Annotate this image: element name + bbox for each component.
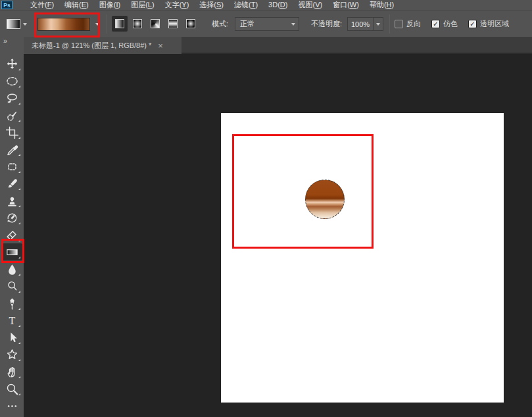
close-icon[interactable]: × [158, 41, 163, 50]
tool-lasso[interactable] [1, 89, 22, 107]
gradient-preset-icon [7, 19, 20, 29]
tool-clone-stamp[interactable] [1, 192, 22, 209]
custom-shape-icon [6, 349, 18, 361]
collapse-toolbar-icon[interactable]: » [3, 37, 7, 45]
options-bar: 模式: 正常 不透明度: 100% 反向✓仿色✓透明区域 [0, 10, 532, 37]
dither-checkbox[interactable]: ✓ [431, 20, 440, 28]
tool-elliptical-marquee[interactable] [1, 72, 22, 89]
move-icon [6, 58, 18, 70]
reverse-checkbox-label: 反向 [406, 19, 421, 29]
pen-icon [6, 297, 18, 310]
menu-item-file[interactable]: 文件(F) [25, 0, 59, 10]
document-tab[interactable]: 未标题-1 @ 121% (图层 1, RGB/8#) * × [24, 37, 181, 54]
tool-quick-selection[interactable] [1, 107, 22, 124]
flyout-corner-icon [18, 291, 20, 293]
gradient-type-radial-button[interactable] [130, 16, 145, 32]
document-tab-title: 未标题-1 @ 121% (图层 1, RGB/8#) * [32, 41, 151, 51]
lasso-icon [6, 92, 18, 105]
tool-history-brush[interactable] [1, 209, 22, 226]
tool-custom-shape[interactable] [1, 346, 22, 363]
tool-brush[interactable] [1, 175, 22, 192]
tool-bar: » T [0, 37, 24, 417]
blend-mode-value: 正常 [240, 19, 254, 29]
tool-gradient[interactable] [1, 243, 22, 260]
mode-label: 模式: [212, 11, 228, 37]
dither-checkbox-label: 仿色 [443, 19, 458, 29]
blend-mode-dropdown[interactable]: 正常 [235, 17, 299, 31]
flyout-corner-icon [18, 171, 20, 173]
gradient-icon [6, 246, 18, 258]
tool-dodge[interactable] [1, 278, 22, 295]
more-tools-icon [6, 400, 18, 412]
flyout-corner-icon [18, 325, 20, 327]
opacity-dropdown-button[interactable] [373, 17, 383, 31]
tool-path-selection[interactable] [1, 329, 22, 346]
photoshop-logo: Ps [1, 1, 12, 9]
gradient-picker-arrow[interactable] [92, 18, 102, 31]
tool-pen[interactable] [1, 295, 22, 312]
tool-type[interactable]: T [1, 312, 22, 329]
chevron-down-icon [291, 23, 295, 26]
flyout-corner-icon [18, 205, 20, 207]
hand-icon [6, 366, 18, 378]
diamond-gradient-icon [186, 19, 195, 28]
chevron-down-icon [95, 23, 99, 26]
menu-item-select[interactable]: 选择(S) [194, 0, 229, 10]
path-selection-icon [6, 331, 18, 344]
gradient-type-diamond-button[interactable] [183, 16, 199, 32]
transparency-checkbox[interactable]: ✓ [468, 20, 477, 28]
menu-item-3d[interactable]: 3D(D) [263, 0, 293, 10]
zoom-icon [6, 383, 18, 395]
menu-item-help[interactable]: 帮助(H) [364, 0, 399, 10]
tool-crop[interactable] [1, 124, 22, 141]
tool-hand[interactable] [1, 363, 22, 380]
checkbox-group-reverse: 反向 [395, 19, 421, 29]
option-checkboxes: 反向✓仿色✓透明区域 [395, 11, 509, 37]
chevron-down-icon [376, 23, 380, 26]
gradient-type-angle-button[interactable] [147, 16, 163, 32]
spot-healing-icon [6, 160, 18, 173]
gradient-type-buttons [112, 16, 199, 32]
tool-eyedropper[interactable] [1, 141, 22, 158]
tool-preset-picker[interactable] [7, 17, 30, 31]
flyout-corner-icon [18, 257, 20, 258]
tool-spot-healing[interactable] [1, 158, 22, 175]
elliptical-marquee-icon [6, 75, 18, 87]
flyout-corner-icon [18, 120, 20, 122]
flyout-corner-icon [18, 376, 20, 378]
linear-gradient-icon [115, 19, 124, 28]
menu-item-layer[interactable]: 图层(L) [126, 0, 159, 10]
type-icon: T [6, 314, 18, 327]
flyout-corner-icon [18, 239, 20, 241]
tool-move[interactable] [1, 55, 22, 72]
tool-more-tools[interactable] [1, 397, 22, 414]
gradient-type-linear-button[interactable] [112, 16, 128, 32]
menu-item-view[interactable]: 视图(V) [293, 0, 327, 10]
tool-eraser[interactable] [1, 226, 22, 243]
menu-item-image[interactable]: 图像(I) [94, 0, 126, 10]
reflected-gradient-icon [168, 19, 178, 28]
opacity-value-box[interactable]: 100% [347, 17, 374, 31]
flyout-corner-icon [18, 274, 20, 276]
chevron-down-icon [23, 23, 27, 26]
menu-item-window[interactable]: 窗口(W) [327, 0, 364, 10]
reverse-checkbox[interactable] [395, 20, 403, 28]
menu-item-type[interactable]: 文字(Y) [160, 0, 195, 10]
radial-gradient-icon [133, 19, 142, 28]
flyout-corner-icon [18, 359, 20, 361]
flyout-corner-icon [18, 86, 20, 87]
flyout-corner-icon [18, 188, 20, 190]
menu-item-edit[interactable]: 编辑(E) [59, 0, 94, 10]
eraser-icon [6, 229, 18, 241]
tool-blur[interactable] [1, 260, 22, 278]
circular-selection-copper-gradient[interactable] [305, 180, 345, 219]
menu-bar: Ps 文件(F)编辑(E)图像(I)图层(L)文字(Y)选择(S)滤镜(T)3D… [0, 0, 532, 10]
gradient-type-reflected-button[interactable] [165, 16, 181, 32]
document-canvas[interactable] [221, 113, 504, 403]
tool-zoom[interactable] [1, 380, 22, 397]
divider [389, 14, 390, 34]
flyout-corner-icon [18, 308, 20, 310]
brush-icon [6, 178, 18, 190]
menu-item-filter[interactable]: 滤镜(T) [229, 0, 263, 10]
gradient-preview-swatch[interactable] [37, 18, 90, 31]
